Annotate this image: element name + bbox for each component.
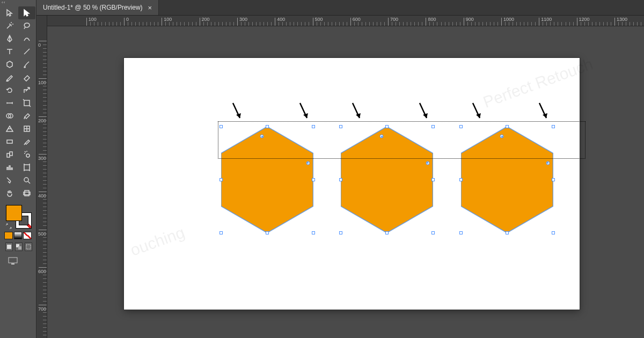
magic-wand-tool[interactable]: [1, 19, 18, 32]
selection-handle[interactable]: [312, 178, 315, 181]
tool-grid: [0, 5, 36, 201]
width-tool[interactable]: [1, 97, 18, 109]
live-corner-widget[interactable]: [546, 161, 550, 165]
selection-handle[interactable]: [339, 178, 342, 181]
eyedropper-tool[interactable]: [18, 135, 35, 148]
fill-swatch[interactable]: [6, 205, 22, 221]
live-corner-widget[interactable]: [426, 161, 429, 165]
svg-rect-0: [7, 245, 11, 249]
document-tabbar: Untitled-1* @ 50 % (RGB/Preview) ×: [36, 0, 644, 16]
document-tab[interactable]: Untitled-1* @ 50 % (RGB/Preview) ×: [36, 0, 159, 15]
panel-collapse-handle[interactable]: ‹‹: [0, 0, 36, 5]
direct-selection-tool[interactable]: [18, 6, 35, 19]
annotation-arrow: [298, 102, 311, 123]
shape-builder-tool[interactable]: [1, 109, 18, 122]
selection-marquee: [218, 121, 586, 159]
symbol-sprayer-tool[interactable]: [18, 148, 35, 161]
selection-handle[interactable]: [339, 231, 342, 234]
selection-handle[interactable]: [385, 231, 389, 234]
live-corner-widget[interactable]: [306, 161, 310, 165]
selection-handle[interactable]: [312, 231, 315, 234]
fill-mode-gradient[interactable]: [14, 232, 23, 239]
selection-tool[interactable]: [1, 6, 18, 19]
scale-tool[interactable]: [18, 84, 35, 97]
annotation-arrow: [231, 102, 244, 123]
svg-rect-3: [26, 245, 31, 249]
selection-handle[interactable]: [431, 231, 435, 234]
selection-handle[interactable]: [431, 178, 435, 181]
draw-inside[interactable]: [25, 243, 32, 251]
rectangle-tool[interactable]: [1, 58, 18, 71]
drawing-mode-row: [2, 243, 34, 255]
screen-mode-button[interactable]: [5, 255, 20, 266]
perspective-grid-tool[interactable]: [1, 122, 18, 135]
selection-handle[interactable]: [219, 178, 223, 181]
selection-handle[interactable]: [552, 231, 555, 234]
fill-stroke-swatches[interactable]: [5, 204, 32, 229]
svg-rect-2: [18, 246, 21, 249]
annotation-arrow: [471, 102, 484, 123]
swap-fill-stroke-icon[interactable]: [5, 222, 12, 229]
lasso-tool[interactable]: [18, 19, 35, 32]
hand-tool[interactable]: [1, 187, 18, 200]
paintbrush-tool[interactable]: [18, 58, 35, 71]
document-tab-title: Untitled-1* @ 50 % (RGB/Preview): [43, 4, 143, 11]
column-graph-tool[interactable]: [1, 161, 18, 174]
selection-handle[interactable]: [459, 231, 463, 234]
selection-handle[interactable]: [552, 178, 555, 181]
fill-mode-none[interactable]: [23, 232, 32, 239]
fill-mode-row: [2, 232, 34, 243]
slice-tool[interactable]: [1, 174, 18, 187]
gradient-tool[interactable]: [1, 135, 18, 148]
tool-panel: ‹‹: [0, 0, 36, 338]
mesh-tool[interactable]: [18, 122, 35, 135]
shaper-tool[interactable]: [1, 71, 18, 84]
blend-tool[interactable]: [1, 148, 18, 161]
live-paint-tool[interactable]: [18, 109, 35, 122]
color-swatch-area: [0, 201, 36, 268]
line-segment-tool[interactable]: [18, 45, 35, 58]
artboard-tool[interactable]: [18, 161, 35, 174]
annotation-arrow: [350, 102, 363, 123]
watermark-text: ouching: [128, 223, 187, 260]
svg-rect-4: [9, 258, 17, 263]
zoom-tool[interactable]: [18, 174, 35, 187]
annotation-arrow: [418, 102, 430, 123]
pen-tool[interactable]: [1, 32, 18, 45]
selection-handle[interactable]: [219, 231, 223, 234]
rotate-tool[interactable]: [1, 84, 18, 97]
canvas-viewport[interactable]: Perfect Retouch ouching: [47, 26, 644, 338]
draw-behind[interactable]: [15, 243, 23, 251]
selection-handle[interactable]: [266, 231, 269, 234]
artboard: Perfect Retouch ouching: [124, 58, 580, 310]
close-tab-icon[interactable]: ×: [148, 4, 152, 12]
annotation-arrow: [537, 102, 550, 123]
selection-handle[interactable]: [459, 178, 463, 181]
eraser-tool[interactable]: [18, 71, 35, 84]
fill-mode-color[interactable]: [4, 232, 13, 239]
type-tool[interactable]: [1, 45, 18, 58]
draw-normal[interactable]: [5, 243, 13, 251]
selection-handle[interactable]: [506, 231, 509, 234]
free-transform-tool[interactable]: [18, 97, 35, 109]
horizontal-ruler[interactable]: 1000100200300400500600700800900100011001…: [47, 16, 644, 26]
document-area: Untitled-1* @ 50 % (RGB/Preview) × 10001…: [36, 0, 644, 338]
print-tiling-tool[interactable]: [18, 187, 35, 200]
curvature-tool[interactable]: [18, 32, 35, 45]
svg-rect-5: [11, 263, 14, 264]
vertical-ruler[interactable]: 0100200300400500600700: [36, 16, 47, 338]
